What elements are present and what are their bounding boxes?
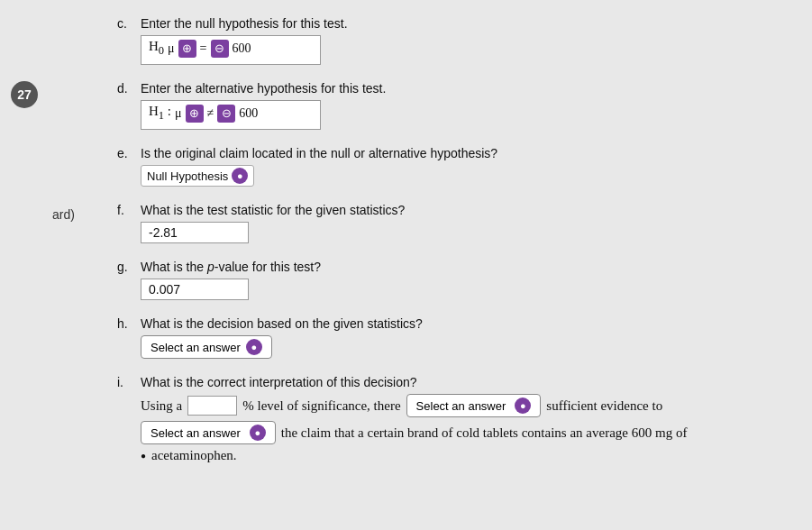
p-value-field[interactable]: 0.007 bbox=[141, 279, 249, 300]
main-content: c. Enter the null hypothesis for this te… bbox=[117, 16, 785, 467]
eq-selector-c[interactable]: ⊖ bbox=[211, 40, 229, 58]
part-i-line3-text: acetaminophen. bbox=[151, 448, 237, 463]
part-d-math-box: H1 : μ ⊕ ≠ ⊖ 600 bbox=[141, 100, 321, 130]
h0-symbol: H0 bbox=[149, 39, 164, 58]
part-i-using-a: Using a bbox=[141, 398, 182, 414]
interpretation-select-icon2: ● bbox=[250, 425, 266, 441]
value-d: 600 bbox=[239, 106, 258, 121]
part-i-instruction: What is the correct interpretation of th… bbox=[141, 375, 687, 389]
part-i-label: i. bbox=[117, 375, 135, 389]
part-e-content: Is the original claim located in the nul… bbox=[141, 146, 497, 187]
question-number-badge: 27 bbox=[11, 81, 38, 108]
part-d-content: Enter the alternative hypothesis for thi… bbox=[141, 81, 386, 130]
part-g-p: p bbox=[207, 260, 214, 274]
part-e-label: e. bbox=[117, 146, 135, 160]
mu-selector-d[interactable]: ⊕ bbox=[186, 105, 204, 123]
h1-symbol: H1 : bbox=[149, 104, 171, 123]
part-f-label: f. bbox=[117, 203, 135, 217]
significance-level-input[interactable] bbox=[187, 396, 237, 416]
h1-sub: 1 bbox=[159, 109, 164, 122]
mu-symbol-d: μ bbox=[175, 106, 182, 121]
mu-selector-c[interactable]: ⊕ bbox=[178, 40, 196, 58]
mu-symbol-c: μ bbox=[168, 41, 175, 56]
part-d-instruction: Enter the alternative hypothesis for thi… bbox=[141, 81, 386, 96]
part-c: c. Enter the null hypothesis for this te… bbox=[117, 16, 785, 65]
part-i-row: i. What is the correct interpretation of… bbox=[117, 375, 785, 467]
part-g-instruction: What is the p-value for this test? bbox=[141, 260, 321, 274]
interpretation-select-btn2[interactable]: Select an answer ● bbox=[141, 421, 276, 444]
part-c-row: c. Enter the null hypothesis for this te… bbox=[117, 16, 785, 65]
interpretation-select-label2: Select an answer bbox=[151, 426, 241, 440]
part-d-label: d. bbox=[117, 81, 135, 96]
bullet: ● bbox=[141, 451, 146, 461]
part-h-content: What is the decision based on the given … bbox=[141, 316, 423, 359]
part-e: e. Is the original claim located in the … bbox=[117, 146, 785, 187]
test-statistic-field[interactable]: -2.81 bbox=[141, 222, 249, 243]
part-d-row: d. Enter the alternative hypothesis for … bbox=[117, 81, 785, 130]
part-g-text2: -value for this test? bbox=[214, 260, 321, 274]
part-g-content: What is the p-value for this test? 0.007 bbox=[141, 260, 321, 300]
part-c-math-line: H0 μ ⊕ = ⊖ 600 bbox=[149, 39, 313, 58]
neq-sign-d: ≠ bbox=[207, 106, 214, 121]
part-h-instruction: What is the decision based on the given … bbox=[141, 316, 423, 331]
neq-selector-d[interactable]: ⊖ bbox=[217, 105, 235, 123]
part-c-instruction: Enter the null hypothesis for this test. bbox=[141, 16, 348, 31]
part-h-label: h. bbox=[117, 316, 135, 331]
h0-sub: 0 bbox=[159, 44, 164, 57]
part-h-row: h. What is the decision based on the giv… bbox=[117, 316, 785, 359]
part-g: g. What is the p-value for this test? 0.… bbox=[117, 260, 785, 300]
part-c-content: Enter the null hypothesis for this test.… bbox=[141, 16, 348, 65]
decision-select-icon: ● bbox=[246, 339, 262, 355]
part-f-row: f. What is the test statistic for the gi… bbox=[117, 203, 785, 243]
part-g-row: g. What is the p-value for this test? 0.… bbox=[117, 260, 785, 300]
interpretation-select-label1: Select an answer bbox=[416, 399, 506, 413]
part-c-math-box: H0 μ ⊕ = ⊖ 600 bbox=[141, 35, 321, 65]
page: 27 ard) c. Enter the null hypothesis for… bbox=[0, 0, 812, 530]
part-i-line2-end: the claim that a certain brand of cold t… bbox=[281, 425, 688, 441]
part-i-line1: Using a % level of significance, there S… bbox=[141, 394, 687, 417]
decision-select-label: Select an answer bbox=[151, 341, 241, 354]
null-hypothesis-icon: ● bbox=[232, 168, 248, 184]
value-c: 600 bbox=[233, 41, 251, 56]
part-i-line3: ● acetaminophen. bbox=[141, 448, 687, 463]
part-f-content: What is the test statistic for the given… bbox=[141, 203, 405, 243]
part-i-content: What is the correct interpretation of th… bbox=[141, 375, 687, 467]
part-i-sufficient: sufficient evidence to bbox=[546, 398, 662, 414]
eq-sign-c: = bbox=[200, 41, 207, 56]
part-g-label: g. bbox=[117, 260, 135, 274]
part-f: f. What is the test statistic for the gi… bbox=[117, 203, 785, 243]
interpretation-select-btn1[interactable]: Select an answer ● bbox=[406, 394, 542, 417]
part-g-text1: What is the bbox=[141, 260, 207, 274]
part-i: i. What is the correct interpretation of… bbox=[117, 375, 785, 467]
decision-select-btn[interactable]: Select an answer ● bbox=[141, 335, 272, 359]
part-d-math-line: H1 : μ ⊕ ≠ ⊖ 600 bbox=[149, 104, 313, 123]
part-i-pct-sig: % level of significance, there bbox=[242, 398, 400, 414]
side-label: ard) bbox=[52, 207, 75, 222]
part-e-row: e. Is the original claim located in the … bbox=[117, 146, 785, 187]
null-hypothesis-select[interactable]: Null Hypothesis ● bbox=[141, 165, 254, 187]
part-e-instruction: Is the original claim located in the nul… bbox=[141, 146, 497, 160]
part-d: d. Enter the alternative hypothesis for … bbox=[117, 81, 785, 130]
part-f-instruction: What is the test statistic for the given… bbox=[141, 203, 405, 217]
part-i-line2: Select an answer ● the claim that a cert… bbox=[141, 421, 687, 444]
part-c-label: c. bbox=[117, 16, 135, 31]
null-hypothesis-value: Null Hypothesis bbox=[147, 169, 228, 183]
part-h: h. What is the decision based on the giv… bbox=[117, 316, 785, 359]
interpretation-select-icon1: ● bbox=[515, 398, 531, 414]
